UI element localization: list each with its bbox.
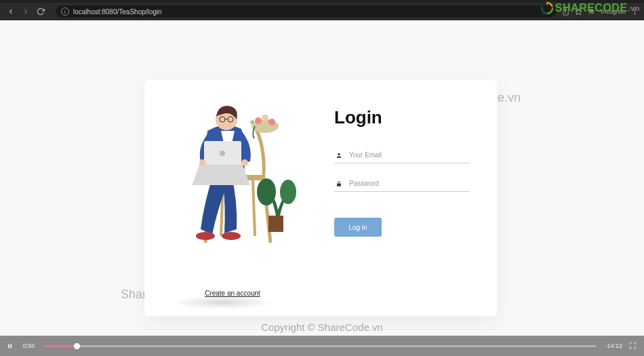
svg-point-24 <box>199 159 206 166</box>
address-bar[interactable]: i localhost:8080/TeaShop/login <box>56 5 557 18</box>
current-time: 0:50 <box>23 342 35 349</box>
video-player-bar: 0:50 -14:12 <box>0 336 644 356</box>
svg-point-15 <box>280 180 296 204</box>
progress-thumb[interactable] <box>74 343 80 349</box>
illustration-shadow <box>172 296 273 309</box>
svg-marker-7 <box>546 4 548 5</box>
login-button[interactable]: Log in <box>334 218 382 237</box>
login-card: Create an account Login Log in <box>144 80 497 316</box>
url-text: localhost:8080/TeaShop/login <box>73 8 162 16</box>
svg-point-20 <box>196 232 215 240</box>
svg-point-17 <box>255 117 262 124</box>
svg-rect-32 <box>8 344 9 348</box>
remaining-time: -14:12 <box>605 342 622 349</box>
page-body: ShareCode.vn ShareCode.vn Copyright © Sh… <box>0 20 644 336</box>
svg-point-18 <box>262 115 268 121</box>
svg-point-23 <box>220 151 225 156</box>
svg-point-14 <box>257 178 276 205</box>
email-field-row <box>334 147 470 163</box>
login-title: Login <box>334 107 470 128</box>
site-info-icon[interactable]: i <box>61 7 69 16</box>
svg-point-21 <box>222 232 241 240</box>
svg-point-19 <box>268 119 275 125</box>
sharecode-logo: SHARECODE.vn <box>540 1 640 15</box>
forward-button[interactable] <box>20 6 31 17</box>
fullscreen-button[interactable] <box>629 342 637 350</box>
svg-line-12 <box>253 180 255 236</box>
svg-point-25 <box>241 159 248 166</box>
password-field-row <box>334 176 470 192</box>
svg-point-30 <box>338 153 340 155</box>
reload-button[interactable] <box>35 6 46 17</box>
password-input[interactable] <box>349 180 470 187</box>
progress-bar[interactable] <box>43 345 597 347</box>
user-icon <box>334 152 344 159</box>
play-pause-button[interactable] <box>7 342 15 350</box>
svg-rect-13 <box>268 216 283 232</box>
create-account-link[interactable]: Create an account <box>205 290 260 297</box>
illustration-panel: Create an account <box>144 80 321 316</box>
email-input[interactable] <box>349 151 470 159</box>
lock-icon <box>334 180 344 187</box>
login-illustration <box>163 94 306 256</box>
svg-rect-33 <box>10 344 12 348</box>
svg-rect-31 <box>337 183 341 186</box>
login-form: Login Log in <box>321 80 497 316</box>
back-button[interactable] <box>5 6 16 17</box>
watermark-copyright: Copyright © ShareCode.vn <box>261 321 382 333</box>
